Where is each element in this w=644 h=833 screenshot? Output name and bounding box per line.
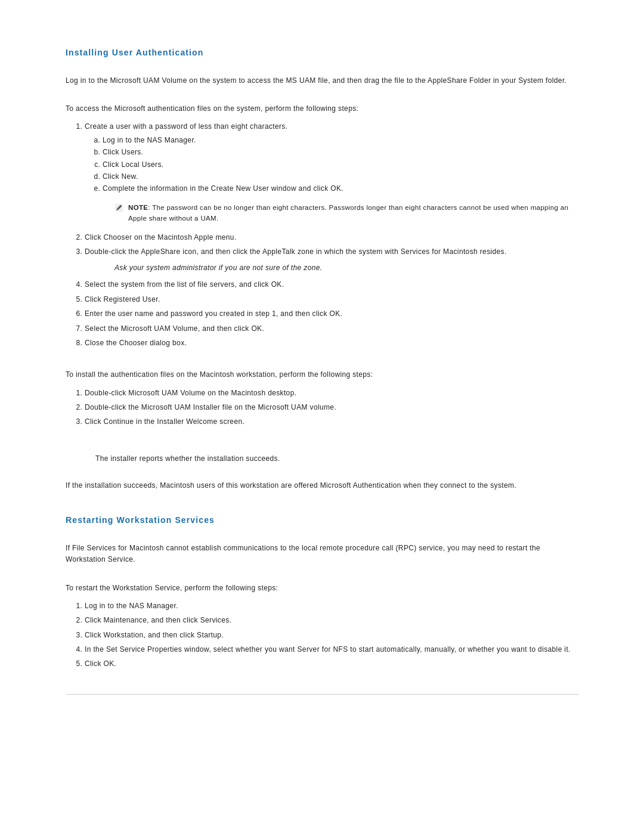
restart-step-3: Click Workstation, and then click Startu… — [85, 629, 578, 641]
step-6: Enter the user name and password you cre… — [85, 308, 578, 320]
install-step-2: Double-click the Microsoft UAM Installer… — [85, 401, 578, 413]
section-1-conclusion: If the installation succeeds, Macintosh … — [66, 480, 578, 491]
step-3-indented-note: Ask your system administrator if you are… — [114, 262, 578, 274]
step-3: Double-click the AppleShare icon, and th… — [85, 246, 578, 274]
page-container: Installing User Authentication Log in to… — [0, 0, 644, 730]
step-2: Click Chooser on the Macintosh Apple men… — [85, 231, 578, 243]
install-step-3: Click Continue in the Installer Welcome … — [85, 416, 578, 428]
section-1-main-steps: Create a user with a password of less th… — [85, 120, 578, 349]
note-pencil-icon — [114, 203, 123, 212]
note-label-1: NOTE — [128, 204, 148, 211]
step-1: Create a user with a password of less th… — [85, 120, 578, 226]
section-2-main-steps: Log in to the NAS Manager. Click Mainten… — [85, 600, 578, 670]
restart-step-2: Click Maintenance, and then click Servic… — [85, 614, 578, 626]
section-installing-user-authentication: Installing User Authentication Log in to… — [66, 48, 578, 491]
section-1-block2-intro: To install the authentication files on t… — [66, 369, 578, 380]
section-title-2: Restarting Workstation Services — [66, 515, 578, 525]
install-step-1: Double-click Microsoft UAM Volume on the… — [85, 387, 578, 399]
step-7: Select the Microsoft UAM Volume, and the… — [85, 323, 578, 335]
note-text-1: NOTE: The password can be no longer than… — [128, 202, 578, 224]
substep-1a: Log in to the NAS Manager. — [103, 134, 578, 146]
restart-step-4: In the Set Service Properties window, se… — [85, 643, 578, 655]
section-2-intro: If File Services for Macintosh cannot es… — [66, 543, 578, 565]
step-8: Close the Chooser dialog box. — [85, 337, 578, 349]
section-1-block2-steps: Double-click Microsoft UAM Volume on the… — [85, 387, 578, 428]
section-1-intro: Log in to the Microsoft UAM Volume on th… — [66, 75, 578, 86]
step-4: Select the system from the list of file … — [85, 278, 578, 290]
section-2-block1-intro: To restart the Workstation Service, perf… — [66, 583, 578, 594]
section-title-1: Installing User Authentication — [66, 48, 578, 57]
step-5: Click Registered User. — [85, 293, 578, 305]
bottom-rule — [66, 694, 578, 695]
substep-1e: Complete the information in the Create N… — [103, 182, 578, 194]
step-1-substeps: Log in to the NAS Manager. Click Users. … — [103, 134, 578, 195]
substep-1b: Click Users. — [103, 146, 578, 158]
section-1-block1-intro: To access the Microsoft authentication f… — [66, 103, 578, 114]
restart-step-5: Click OK. — [85, 658, 578, 670]
substep-1d: Click New. — [103, 171, 578, 182]
section-restarting-workstation: Restarting Workstation Services If File … — [66, 515, 578, 670]
restart-step-1: Log in to the NAS Manager. — [85, 600, 578, 612]
installer-note: The installer reports whether the instal… — [95, 453, 578, 465]
note-box-1: NOTE: The password can be no longer than… — [114, 200, 578, 227]
substep-1c: Click Local Users. — [103, 159, 578, 171]
